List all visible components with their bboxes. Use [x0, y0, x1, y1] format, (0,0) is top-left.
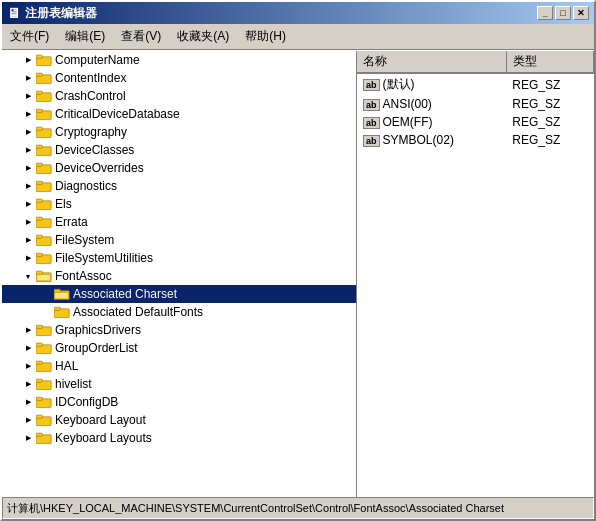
tree-expander-collapsed[interactable]	[20, 88, 36, 104]
maximize-button[interactable]: □	[555, 6, 571, 20]
tree-expander-collapsed[interactable]	[20, 214, 36, 230]
svg-rect-28	[54, 289, 60, 292]
tree-item-IDConfigDB[interactable]: IDConfigDB	[2, 393, 356, 411]
tree-label: DeviceClasses	[55, 143, 134, 157]
tree-label: ContentIndex	[55, 71, 126, 85]
tree-item-FileSystemUtilities[interactable]: FileSystemUtilities	[2, 249, 356, 267]
table-row[interactable]: abSYMBOL(02)REG_SZ	[357, 131, 594, 149]
tree-item-ComputerName[interactable]: ComputerName	[2, 51, 356, 69]
tree-expander-collapsed[interactable]	[20, 376, 36, 392]
tree-item-Cryptography[interactable]: Cryptography	[2, 123, 356, 141]
tree-item-GroupOrderList[interactable]: GroupOrderList	[2, 339, 356, 357]
tree-expander-collapsed[interactable]	[20, 124, 36, 140]
tree-expander-collapsed[interactable]	[20, 178, 36, 194]
tree-expander-collapsed[interactable]	[20, 232, 36, 248]
svg-rect-41	[36, 397, 42, 400]
tree-item-hivelist[interactable]: hivelist	[2, 375, 356, 393]
close-button[interactable]: ✕	[573, 6, 589, 20]
reg-type-icon: ab	[363, 135, 380, 147]
tree-label: GraphicsDrivers	[55, 323, 141, 337]
tree-item-AssociatedCharset[interactable]: Associated Charset	[2, 285, 356, 303]
menu-view[interactable]: 查看(V)	[113, 26, 169, 47]
svg-rect-37	[36, 361, 42, 364]
tree-expander-collapsed[interactable]	[20, 340, 36, 356]
tree-item-KeyboardLayout[interactable]: Keyboard Layout	[2, 411, 356, 429]
registry-table: 名称 类型 ab(默认)REG_SZabANSI(00)REG_SZabOEM(…	[357, 51, 594, 149]
tree-item-AssociatedDefaultFonts[interactable]: Associated DefaultFonts	[2, 303, 356, 321]
reg-type-icon: ab	[363, 117, 380, 129]
title-bar: 🖥 注册表编辑器 _ □ ✕	[2, 2, 594, 24]
folder-icon	[36, 251, 52, 265]
tree-label: CriticalDeviceDatabase	[55, 107, 180, 121]
menu-bar: 文件(F) 编辑(E) 查看(V) 收藏夹(A) 帮助(H)	[2, 24, 594, 50]
menu-help[interactable]: 帮助(H)	[237, 26, 294, 47]
main-window: 🖥 注册表编辑器 _ □ ✕ 文件(F) 编辑(E) 查看(V) 收藏夹(A) …	[0, 0, 596, 521]
svg-rect-21	[36, 235, 42, 238]
reg-name-cell: ab(默认)	[357, 73, 506, 95]
tree-label: FontAssoc	[55, 269, 112, 283]
tree-item-FileSystem[interactable]: FileSystem	[2, 231, 356, 249]
menu-favorites[interactable]: 收藏夹(A)	[169, 26, 237, 47]
col-name: 名称	[357, 51, 506, 73]
tree-label: hivelist	[55, 377, 92, 391]
folder-icon	[36, 215, 52, 229]
tree-item-CriticalDeviceDatabase[interactable]: CriticalDeviceDatabase	[2, 105, 356, 123]
folder-icon	[36, 233, 52, 247]
tree-item-ContentIndex[interactable]: ContentIndex	[2, 69, 356, 87]
reg-type-cell: REG_SZ	[506, 113, 593, 131]
tree-expander-expanded[interactable]	[20, 268, 36, 284]
tree-label: DeviceOverrides	[55, 161, 144, 175]
tree-item-HAL[interactable]: HAL	[2, 357, 356, 375]
table-row[interactable]: ab(默认)REG_SZ	[357, 73, 594, 95]
tree-item-DeviceOverrides[interactable]: DeviceOverrides	[2, 159, 356, 177]
registry-scroll[interactable]: 名称 类型 ab(默认)REG_SZabANSI(00)REG_SZabOEM(…	[357, 51, 594, 497]
tree-label: Diagnostics	[55, 179, 117, 193]
tree-expander-collapsed[interactable]	[20, 160, 36, 176]
tree-item-Els[interactable]: Els	[2, 195, 356, 213]
tree-item-Diagnostics[interactable]: Diagnostics	[2, 177, 356, 195]
svg-rect-9	[36, 127, 42, 130]
folder-icon	[36, 413, 52, 427]
tree-expander-collapsed[interactable]	[20, 358, 36, 374]
tree-label: GroupOrderList	[55, 341, 138, 355]
tree-expander-collapsed[interactable]	[20, 250, 36, 266]
tree-expander-collapsed[interactable]	[20, 106, 36, 122]
reg-name-cell: abSYMBOL(02)	[357, 131, 506, 149]
tree-item-CrashControl[interactable]: CrashControl	[2, 87, 356, 105]
tree-expander-collapsed[interactable]	[20, 394, 36, 410]
tree-item-Errata[interactable]: Errata	[2, 213, 356, 231]
tree-expander-collapsed[interactable]	[20, 196, 36, 212]
folder-icon	[36, 359, 52, 373]
tree-expander-collapsed[interactable]	[20, 430, 36, 446]
window-controls: _ □ ✕	[537, 6, 589, 20]
folder-icon	[36, 89, 52, 103]
tree-label: CrashControl	[55, 89, 126, 103]
table-row[interactable]: abOEM(FF)REG_SZ	[357, 113, 594, 131]
tree-item-FontAssoc[interactable]: FontAssoc	[2, 267, 356, 285]
svg-rect-35	[36, 343, 42, 346]
reg-type-icon: ab	[363, 79, 380, 91]
svg-rect-1	[36, 55, 42, 58]
svg-rect-29	[55, 292, 69, 298]
table-row[interactable]: abANSI(00)REG_SZ	[357, 95, 594, 113]
tree-item-KeyboardLayouts[interactable]: Keyboard Layouts	[2, 429, 356, 447]
folder-icon	[36, 53, 52, 67]
tree-expander-collapsed[interactable]	[20, 322, 36, 338]
folder-icon	[36, 179, 52, 193]
menu-file[interactable]: 文件(F)	[2, 26, 57, 47]
tree-item-DeviceClasses[interactable]: DeviceClasses	[2, 141, 356, 159]
tree-panel: ComputerName ContentIndex CrashControl C…	[2, 51, 357, 497]
tree-expander-collapsed[interactable]	[20, 70, 36, 86]
status-text: 计算机\HKEY_LOCAL_MACHINE\SYSTEM\CurrentCon…	[7, 501, 504, 516]
reg-name-cell: abANSI(00)	[357, 95, 506, 113]
minimize-button[interactable]: _	[537, 6, 553, 20]
tree-label: Errata	[55, 215, 88, 229]
tree-expander-collapsed[interactable]	[20, 142, 36, 158]
tree-label: HAL	[55, 359, 78, 373]
menu-edit[interactable]: 编辑(E)	[57, 26, 113, 47]
tree-expander-collapsed[interactable]	[20, 52, 36, 68]
tree-scroll[interactable]: ComputerName ContentIndex CrashControl C…	[2, 51, 356, 497]
svg-rect-7	[36, 109, 42, 112]
tree-expander-collapsed[interactable]	[20, 412, 36, 428]
tree-item-GraphicsDrivers[interactable]: GraphicsDrivers	[2, 321, 356, 339]
